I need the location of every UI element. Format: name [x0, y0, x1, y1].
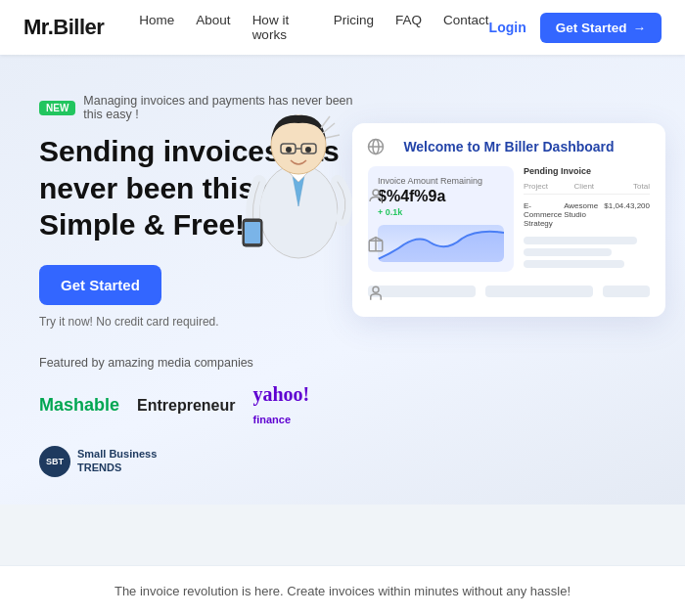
nav-home[interactable]: Home — [139, 13, 174, 42]
sbt-text: Small BusinessTRENDS — [77, 448, 157, 473]
media-section: Featured by amazing media companies Mash… — [39, 356, 372, 477]
dashboard-right-panel: Pending Invoice Project Client Total E-C… — [524, 166, 650, 272]
nav-get-started-button[interactable]: Get Started → — [540, 13, 662, 43]
box-icon[interactable] — [362, 231, 389, 258]
footer-banner: The invoice revolution is here. Create i… — [0, 565, 685, 616]
nav-contact[interactable]: Contact — [443, 13, 489, 42]
sbt-logo: SBT Small BusinessTRENDS — [39, 446, 157, 477]
nav-links: Home About How it works Pricing FAQ Cont… — [139, 13, 488, 42]
amount-label: Invoice Amount Remaining — [378, 176, 504, 186]
character-illustration — [235, 65, 362, 260]
navbar: Mr.Biller Home About How it works Pricin… — [0, 0, 685, 55]
row-total: $1,04.43,200 — [604, 201, 650, 228]
skeleton-row-2 — [524, 248, 612, 256]
hero-section: NEW Managing invoices and payments has n… — [0, 55, 685, 505]
new-tag: NEW — [39, 101, 75, 115]
yahoo-logo: yahoo! finance — [253, 383, 310, 428]
skeleton-row-1 — [524, 237, 637, 244]
nav-right: Login Get Started → — [489, 13, 662, 43]
svg-point-5 — [286, 147, 292, 153]
person-icon[interactable] — [362, 280, 389, 307]
skeleton-row-3 — [524, 260, 624, 268]
bottom-skeletons — [368, 282, 650, 301]
svg-point-18 — [373, 286, 379, 292]
globe-icon[interactable] — [362, 133, 389, 160]
col-project: Project — [524, 182, 574, 191]
table-header: Project Client Total — [524, 182, 650, 195]
dashboard-left-panel: Invoice Amount Remaining $%4f%9a + 0.1k — [368, 166, 514, 272]
sidebar-icons — [362, 133, 389, 307]
dashboard-title: Welcome to Mr Biller Dashboard — [368, 139, 650, 154]
hero-get-started-button[interactable]: Get Started — [39, 265, 161, 305]
pending-label: Pending Invoice — [524, 166, 650, 176]
login-link[interactable]: Login — [489, 20, 526, 35]
amount-up: + 0.1k — [378, 207, 504, 217]
dashboard-mockup: Welcome to Mr Biller Dashboard Invoice A… — [352, 123, 665, 317]
table-row: E-Commerce Strategy Awesome Studio $1,04… — [524, 198, 650, 231]
row-project: E-Commerce Strategy — [524, 201, 564, 228]
row-client: Awesome Studio — [564, 201, 604, 228]
svg-line-11 — [321, 116, 330, 128]
col-client: Client — [574, 182, 625, 191]
amount-value: $%4f%9a — [378, 188, 504, 205]
entrepreneur-logo: Entrepreneur — [137, 397, 235, 415]
svg-rect-8 — [245, 222, 260, 243]
nav-about[interactable]: About — [196, 13, 230, 42]
mashable-logo: Mashable — [39, 395, 119, 416]
nav-how-it-works[interactable]: How it works — [252, 13, 312, 42]
nav-pricing[interactable]: Pricing — [334, 13, 374, 42]
nav-faq[interactable]: FAQ — [395, 13, 422, 42]
hero-sub: Try it now! No credit card required. — [39, 315, 372, 329]
footer-text: The invoice revolution is here. Create i… — [114, 584, 571, 598]
mini-chart — [378, 225, 504, 262]
dashboard-inner: Invoice Amount Remaining $%4f%9a + 0.1k … — [368, 166, 650, 272]
svg-point-6 — [305, 147, 311, 153]
user-icon[interactable] — [362, 182, 389, 209]
logo: Mr.Biller — [23, 15, 104, 40]
svg-point-15 — [373, 190, 379, 196]
svg-line-10 — [326, 135, 340, 138]
bottom-skel-2 — [485, 286, 593, 297]
arrow-icon: → — [633, 21, 647, 35]
media-label: Featured by amazing media companies — [39, 356, 372, 370]
col-total: Total — [624, 182, 650, 191]
media-logos: Mashable Entrepreneur yahoo! finance SBT… — [39, 383, 372, 477]
sbt-dot: SBT — [39, 446, 70, 477]
bottom-skel-3 — [603, 286, 650, 297]
dashboard-card: Welcome to Mr Biller Dashboard Invoice A… — [352, 123, 665, 317]
svg-line-9 — [323, 123, 335, 133]
